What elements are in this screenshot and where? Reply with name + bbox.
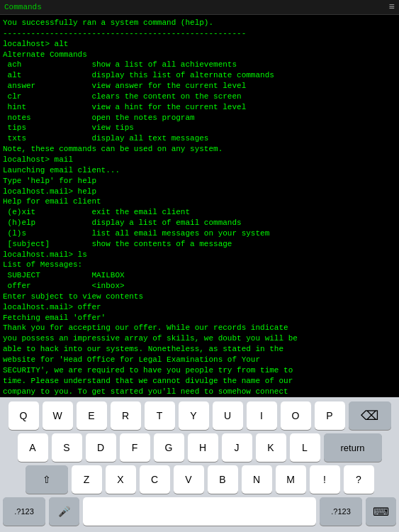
keyboard-row-4: .?123 🎤 .?123 ⌨ xyxy=(3,497,396,526)
key-question[interactable]: ? xyxy=(344,465,374,494)
key-exclaim[interactable]: ! xyxy=(310,465,340,494)
keyboard-row-1: Q W E R T Y U I O P ⌫ xyxy=(3,401,396,430)
key-p[interactable]: P xyxy=(315,401,345,430)
key-numbers-left[interactable]: .?123 xyxy=(3,497,45,526)
key-e[interactable]: E xyxy=(77,401,107,430)
key-k[interactable]: K xyxy=(256,433,286,462)
title-bar-icon: ≡ xyxy=(389,1,395,13)
key-return[interactable]: return xyxy=(324,433,382,462)
title-bar: Commands ≡ xyxy=(0,0,399,15)
key-delete[interactable]: ⌫ xyxy=(349,401,391,430)
key-t[interactable]: T xyxy=(145,401,175,430)
key-r[interactable]: R xyxy=(111,401,141,430)
key-n[interactable]: N xyxy=(242,465,272,494)
key-d[interactable]: D xyxy=(86,433,116,462)
terminal-output: You successfully ran a system command (h… xyxy=(0,15,399,397)
title-bar-title: Commands xyxy=(4,3,42,11)
key-space[interactable] xyxy=(83,497,316,526)
key-z[interactable]: Z xyxy=(72,465,102,494)
key-j[interactable]: J xyxy=(222,433,252,462)
key-m[interactable]: M xyxy=(276,465,306,494)
key-w[interactable]: W xyxy=(43,401,73,430)
keyboard-row-2: A S D F G H J K L return xyxy=(3,433,396,462)
key-h[interactable]: H xyxy=(188,433,218,462)
key-b[interactable]: B xyxy=(208,465,238,494)
keyboard: Q W E R T Y U I O P ⌫ A S D F G H J K L … xyxy=(0,397,399,532)
keyboard-row-3: ⇧ Z X C V B N M ! ? xyxy=(3,465,396,494)
key-a[interactable]: A xyxy=(18,433,48,462)
key-g[interactable]: G xyxy=(154,433,184,462)
key-y[interactable]: Y xyxy=(179,401,209,430)
key-mic[interactable]: 🎤 xyxy=(49,497,79,526)
key-u[interactable]: U xyxy=(213,401,243,430)
key-s[interactable]: S xyxy=(52,433,82,462)
key-q[interactable]: Q xyxy=(9,401,39,430)
key-l[interactable]: L xyxy=(290,433,320,462)
key-c[interactable]: C xyxy=(140,465,170,494)
key-x[interactable]: X xyxy=(106,465,136,494)
key-v[interactable]: V xyxy=(174,465,204,494)
key-f[interactable]: F xyxy=(120,433,150,462)
key-globe[interactable]: ⌨ xyxy=(366,497,396,526)
key-o[interactable]: O xyxy=(281,401,311,430)
key-i[interactable]: I xyxy=(247,401,277,430)
key-shift[interactable]: ⇧ xyxy=(26,465,68,494)
key-numbers-right[interactable]: .?123 xyxy=(320,497,362,526)
